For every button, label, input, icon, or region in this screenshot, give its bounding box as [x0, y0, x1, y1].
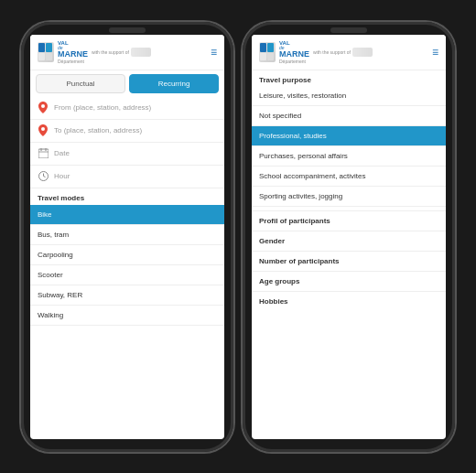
left-logo-area: VAL de MARNE Département with the suppor… — [38, 40, 151, 64]
right-menu-icon[interactable]: ≡ — [432, 46, 438, 59]
from-label: From (place, station, address) — [54, 103, 151, 112]
tab-punctual[interactable]: Punctual — [36, 74, 125, 93]
right-support: with the support of — [313, 48, 373, 57]
right-logo-area: VAL de MARNE Département with the suppor… — [259, 40, 373, 64]
right-support-label: with the support of — [313, 49, 351, 55]
travel-mode-subway[interactable]: Subway, RER — [30, 285, 224, 306]
travel-mode-scooter[interactable]: Scooter — [30, 265, 224, 285]
left-support: with the support of — [92, 48, 151, 57]
to-pin-icon — [38, 125, 49, 136]
purpose-school[interactable]: School accompaniment, activites — [252, 167, 446, 187]
number-header: Number of participants — [252, 251, 446, 267]
left-form: From (place, station, address) To (place… — [30, 97, 224, 439]
purpose-not-specified[interactable]: Not specified — [252, 106, 446, 126]
hour-clock-icon — [38, 171, 49, 182]
profil-header: Profil of participants — [252, 210, 446, 227]
field-to[interactable]: To (place, station, address) — [30, 120, 224, 143]
purpose-leisure[interactable]: Leisure, visites, restoration — [252, 86, 446, 106]
travel-mode-bus[interactable]: Bus, tram — [30, 225, 224, 245]
travel-purpose-header: Travel purpose — [252, 70, 446, 86]
travel-mode-carpooling[interactable]: Carpooling — [30, 245, 224, 265]
right-logo-text: VAL de MARNE Département — [279, 40, 309, 64]
right-support-logo — [352, 48, 373, 57]
date-calendar-icon — [38, 148, 49, 159]
right-phone: VAL de MARNE Département with the suppor… — [243, 22, 455, 452]
support-text-label: with the support of — [92, 49, 129, 55]
left-phone: VAL de MARNE Département with the suppor… — [21, 22, 233, 452]
svg-line-10 — [43, 177, 45, 177]
left-logo-icon — [38, 42, 54, 62]
right-phone-screen: VAL de MARNE Département with the suppor… — [252, 35, 446, 439]
field-hour[interactable]: Hour — [30, 166, 224, 188]
svg-rect-1 — [46, 43, 52, 52]
svg-rect-2 — [38, 53, 45, 60]
svg-rect-0 — [38, 43, 45, 52]
svg-rect-14 — [267, 53, 274, 60]
from-pin-icon — [38, 102, 49, 113]
svg-rect-13 — [260, 53, 266, 60]
hour-label: Hour — [54, 172, 70, 180]
svg-rect-4 — [38, 149, 49, 158]
travel-mode-walking[interactable]: Walking — [30, 306, 224, 326]
date-label: Date — [54, 149, 70, 157]
travel-mode-bike[interactable]: Bike — [30, 205, 224, 225]
left-phone-screen: VAL de MARNE Département with the suppor… — [30, 35, 224, 439]
right-logo-dept: Département — [279, 59, 306, 64]
to-label: To (place, station, address) — [54, 126, 142, 134]
left-logo-text: VAL de MARNE Département — [58, 40, 88, 64]
left-tabs: Punctual Recurring — [30, 70, 224, 97]
purpose-sporting[interactable]: Sporting activites, jogging — [252, 187, 446, 207]
left-menu-icon[interactable]: ≡ — [211, 46, 217, 59]
purpose-purchases[interactable]: Purchases, personal affairs — [252, 146, 446, 167]
phones-container: VAL de MARNE Département with the suppor… — [21, 22, 455, 452]
right-logo-icon — [259, 42, 276, 62]
right-header: VAL de MARNE Département with the suppor… — [252, 35, 446, 70]
tab-recurring[interactable]: Recurring — [129, 74, 219, 93]
left-header: VAL de MARNE Département with the suppor… — [30, 35, 224, 70]
hobbies-header: Hobbies — [252, 291, 446, 307]
svg-rect-3 — [46, 53, 52, 60]
logo-dept: Département — [58, 59, 84, 64]
gender-header: Gender — [252, 231, 446, 247]
age-groups-header: Age groups — [252, 271, 446, 287]
purpose-professional[interactable]: Professional, studies — [252, 126, 446, 146]
travel-modes-header: Travel modes — [30, 188, 224, 205]
svg-rect-11 — [260, 43, 266, 52]
field-date[interactable]: Date — [30, 143, 224, 166]
right-content: Travel purpose Leisure, visites, restora… — [252, 70, 446, 439]
support-logo — [131, 48, 151, 57]
svg-rect-12 — [267, 43, 274, 52]
field-from[interactable]: From (place, station, address) — [30, 97, 224, 120]
